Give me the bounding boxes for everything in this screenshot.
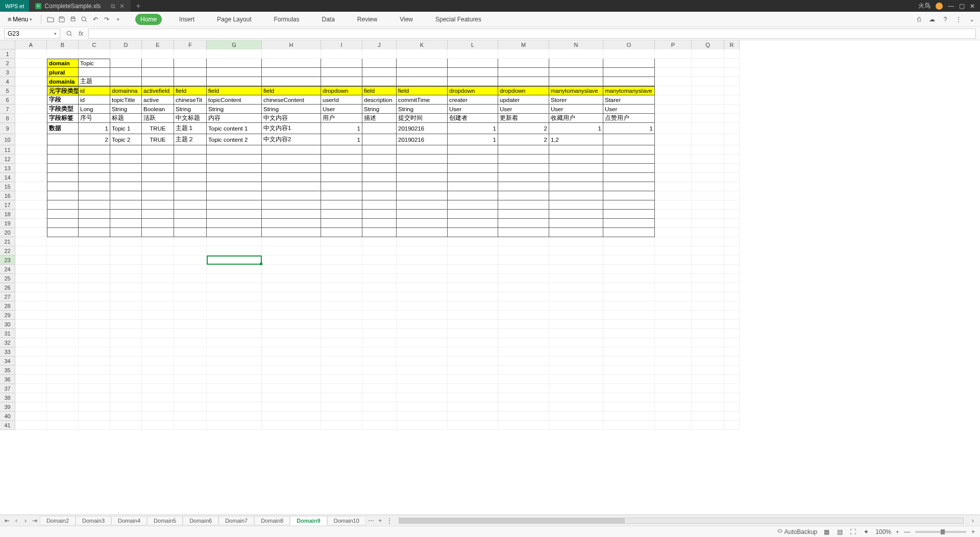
cell[interactable] — [79, 402, 110, 412]
cell[interactable] — [262, 219, 321, 228]
row-header[interactable]: 35 — [0, 366, 15, 375]
cell[interactable]: plural — [47, 68, 79, 77]
cell[interactable]: field — [174, 86, 207, 95]
cell[interactable]: String — [397, 105, 448, 114]
cell[interactable] — [549, 164, 603, 173]
row-header[interactable]: 13 — [0, 164, 15, 173]
cell[interactable] — [262, 246, 321, 255]
cell[interactable] — [448, 246, 498, 255]
cell[interactable] — [79, 292, 110, 301]
column-header[interactable]: G — [207, 40, 262, 49]
cell[interactable] — [174, 274, 207, 283]
cell[interactable] — [397, 265, 448, 274]
cell[interactable]: manytomanyslave — [549, 86, 603, 95]
cell[interactable]: chineseContent — [262, 95, 321, 105]
cell[interactable]: String — [174, 105, 207, 114]
cell[interactable] — [655, 191, 692, 200]
cell[interactable] — [655, 375, 692, 384]
sheet-list-icon[interactable]: ⋮ — [385, 517, 394, 524]
cell[interactable] — [207, 301, 262, 311]
cell[interactable] — [321, 274, 362, 283]
quick-access-more-icon[interactable]: ▾ — [114, 15, 122, 23]
cell[interactable] — [110, 393, 142, 402]
cell[interactable] — [362, 384, 397, 393]
cell[interactable] — [15, 105, 47, 114]
cell[interactable] — [692, 421, 724, 430]
cell[interactable] — [362, 338, 397, 347]
more-icon[interactable]: ⋮ — [954, 15, 963, 23]
cell[interactable] — [603, 356, 655, 366]
cell[interactable]: Long — [79, 105, 110, 114]
cell[interactable] — [174, 228, 207, 237]
cells-area[interactable]: domainTopicpluraldomainla主题元字段类型iddomain… — [15, 49, 740, 430]
cell[interactable] — [15, 292, 47, 301]
cell[interactable] — [321, 182, 362, 191]
cell[interactable]: String — [362, 105, 397, 114]
cell[interactable] — [549, 283, 603, 292]
cell[interactable]: User — [321, 105, 362, 114]
cell[interactable] — [174, 347, 207, 356]
cell[interactable] — [142, 329, 174, 338]
cell[interactable] — [549, 246, 603, 255]
cell[interactable] — [603, 347, 655, 356]
column-header[interactable]: L — [448, 40, 498, 49]
cell[interactable] — [362, 366, 397, 375]
cell[interactable] — [321, 311, 362, 320]
cell[interactable] — [321, 68, 362, 77]
cell[interactable] — [262, 255, 321, 265]
column-header[interactable]: P — [655, 40, 692, 49]
cell[interactable] — [397, 173, 448, 182]
cell[interactable] — [142, 77, 174, 86]
cell[interactable] — [79, 182, 110, 191]
cell[interactable] — [142, 246, 174, 255]
cell[interactable] — [207, 228, 262, 237]
cell[interactable] — [362, 219, 397, 228]
cell[interactable] — [498, 182, 549, 191]
cell[interactable] — [207, 265, 262, 274]
cell[interactable] — [397, 329, 448, 338]
cell[interactable]: User — [448, 105, 498, 114]
column-header[interactable]: O — [603, 40, 655, 49]
cell[interactable] — [397, 246, 448, 255]
cell[interactable] — [498, 145, 549, 155]
sheet-tab[interactable]: Domain2 — [40, 516, 76, 525]
cell[interactable] — [47, 338, 79, 347]
open-icon[interactable] — [46, 15, 55, 23]
cell[interactable] — [724, 155, 740, 164]
cell[interactable] — [603, 274, 655, 283]
select-all-corner[interactable] — [0, 40, 15, 49]
cell[interactable] — [655, 173, 692, 182]
cell[interactable] — [15, 301, 47, 311]
cell[interactable] — [448, 255, 498, 265]
cell[interactable] — [655, 86, 692, 95]
print-icon[interactable] — [69, 15, 77, 23]
cell[interactable] — [498, 265, 549, 274]
cell[interactable] — [207, 191, 262, 200]
cell[interactable] — [549, 329, 603, 338]
cell[interactable] — [47, 164, 79, 173]
cell[interactable] — [448, 329, 498, 338]
cell[interactable] — [321, 246, 362, 255]
cell[interactable] — [397, 356, 448, 366]
cell[interactable] — [692, 246, 724, 255]
zoom-icon[interactable] — [65, 30, 74, 38]
cell[interactable] — [79, 356, 110, 366]
cell[interactable]: 更新着 — [498, 114, 549, 123]
cell[interactable] — [207, 49, 262, 59]
cell[interactable] — [692, 338, 724, 347]
cell[interactable]: 中文标题 — [174, 114, 207, 123]
cell[interactable] — [79, 393, 110, 402]
wps-app-tab[interactable]: WPS et — [0, 0, 29, 12]
cell[interactable] — [549, 265, 603, 274]
cell[interactable] — [724, 68, 740, 77]
ribbon-tab-insert[interactable]: Insert — [174, 14, 200, 25]
cell[interactable] — [498, 421, 549, 430]
cell[interactable] — [397, 320, 448, 329]
cell[interactable] — [655, 210, 692, 219]
tab-close-icon[interactable]: ✕ — [119, 3, 125, 10]
cell[interactable] — [362, 77, 397, 86]
cell[interactable] — [15, 77, 47, 86]
ribbon-tab-home[interactable]: Home — [135, 14, 162, 25]
cell[interactable] — [448, 200, 498, 210]
cell[interactable] — [321, 292, 362, 301]
